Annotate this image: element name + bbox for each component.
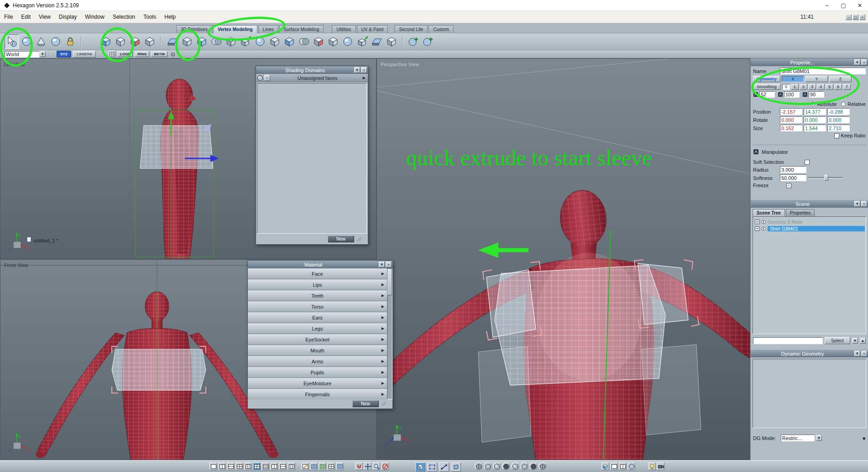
properties-collapse-button[interactable]: ▼ bbox=[854, 59, 860, 65]
loop-button[interactable]: LOOP bbox=[117, 51, 133, 57]
menu-view[interactable]: View bbox=[35, 14, 55, 20]
maximize-button[interactable]: ▢ bbox=[835, 0, 852, 11]
material-item-arms[interactable]: Arms▶ bbox=[248, 356, 387, 367]
tab-vertex-modeling[interactable]: Vertex Modeling bbox=[213, 25, 257, 33]
radius-input[interactable] bbox=[780, 166, 806, 173]
rotate-y-input[interactable] bbox=[804, 116, 826, 123]
menu-help[interactable]: Help bbox=[160, 14, 180, 20]
symmetry-button[interactable]: Symmetry bbox=[753, 76, 780, 82]
shading-textured-icon[interactable] bbox=[511, 462, 519, 470]
material-scrollbar[interactable] bbox=[387, 268, 392, 399]
rotate-z-input[interactable] bbox=[827, 116, 850, 123]
material-item-fingernails[interactable]: Fingernails▶ bbox=[248, 389, 387, 399]
freeze-checkbox[interactable]: ✓ bbox=[786, 183, 791, 188]
scene-close-button[interactable]: × bbox=[861, 201, 867, 207]
soft-select-tool-icon[interactable] bbox=[19, 34, 34, 49]
material-item-ears[interactable]: Ears▶ bbox=[248, 312, 387, 323]
scene-panel-header[interactable]: Scene ▼ × bbox=[751, 200, 868, 208]
decimate-icon[interactable] bbox=[340, 34, 355, 49]
target-mode-icon[interactable]: ⊙ bbox=[171, 51, 175, 58]
camera-button[interactable]: CAMERA bbox=[73, 51, 96, 58]
tab-scene-properties[interactable]: Properties bbox=[786, 209, 815, 216]
tab-custom[interactable]: Custom bbox=[429, 25, 453, 33]
selection-constraint-icon[interactable] bbox=[109, 51, 115, 58]
shading-flat-icon[interactable] bbox=[484, 462, 492, 470]
mirror-display-icon[interactable] bbox=[601, 462, 609, 470]
layout-quad-icon[interactable] bbox=[235, 462, 243, 470]
ring-button[interactable]: RING bbox=[135, 51, 149, 57]
layout-2row-icon[interactable] bbox=[227, 462, 235, 470]
layout-split-left-icon[interactable] bbox=[270, 462, 278, 470]
boolean-icon[interactable] bbox=[209, 34, 224, 49]
split-icon[interactable] bbox=[384, 34, 399, 49]
dynamic-geometry-collapse-button[interactable]: ▼ bbox=[854, 351, 860, 357]
size-x-input[interactable] bbox=[780, 125, 802, 131]
select-edge-mode-icon[interactable] bbox=[439, 462, 449, 472]
layout-3row-icon[interactable] bbox=[261, 462, 269, 470]
position-x-input[interactable] bbox=[780, 108, 802, 115]
smooth-icon[interactable] bbox=[253, 34, 267, 49]
xyz-button[interactable]: XYZ bbox=[57, 51, 71, 58]
material-item-torso[interactable]: Torso▶ bbox=[248, 301, 387, 312]
light-icon[interactable] bbox=[648, 462, 656, 470]
zoom-icon[interactable] bbox=[372, 462, 380, 470]
symmetry-z-button[interactable]: Z bbox=[829, 76, 852, 82]
mdi-minimize-button[interactable]: – bbox=[846, 14, 852, 20]
softness-slider[interactable] bbox=[808, 175, 843, 181]
material-item-legs[interactable]: Legs▶ bbox=[248, 323, 387, 334]
material-new-button[interactable]: New bbox=[352, 400, 379, 407]
symmetry-y-button[interactable]: Y bbox=[805, 76, 828, 82]
plane-display-icon[interactable] bbox=[610, 462, 618, 470]
sphere-tool-icon[interactable] bbox=[48, 34, 63, 49]
close-button[interactable]: ✕ bbox=[852, 0, 868, 11]
tab-second-life[interactable]: Second Life bbox=[394, 25, 428, 33]
range-input-2[interactable] bbox=[784, 91, 800, 98]
size-z-input[interactable] bbox=[827, 125, 850, 131]
add-geometry-icon[interactable] bbox=[406, 34, 421, 49]
material-close-button[interactable]: × bbox=[386, 262, 392, 267]
size-y-input[interactable] bbox=[804, 125, 826, 131]
grid-snap-icon[interactable] bbox=[327, 462, 335, 470]
layout-single-icon[interactable] bbox=[209, 462, 217, 470]
select-down-button[interactable]: ▼ bbox=[852, 338, 858, 344]
shading-dark-icon[interactable] bbox=[502, 462, 510, 470]
scene-tree-item-genesis[interactable]: Genesis 8 Male bbox=[753, 218, 866, 225]
cone-tool-icon[interactable] bbox=[34, 34, 48, 49]
minimize-button[interactable]: – bbox=[819, 0, 835, 11]
bevel-icon[interactable] bbox=[224, 34, 238, 49]
select-object-mode-icon[interactable] bbox=[415, 462, 425, 472]
mdi-restore-button[interactable]: ▢ bbox=[852, 14, 858, 20]
weld-icon[interactable] bbox=[297, 34, 311, 49]
extrude-surface-icon[interactable] bbox=[165, 34, 180, 49]
symmetry-x-button[interactable]: X bbox=[782, 76, 804, 82]
select-loop-icon[interactable] bbox=[99, 34, 113, 49]
layout-2col-icon[interactable] bbox=[218, 462, 226, 470]
dynamic-geometry-close-button[interactable]: × bbox=[861, 351, 867, 357]
shading-domains-header[interactable]: Shading Domains ▼ × bbox=[256, 66, 368, 74]
snap-magnet-icon[interactable] bbox=[355, 462, 363, 470]
visibility-eye-icon[interactable] bbox=[761, 227, 766, 231]
range-input-3[interactable] bbox=[809, 91, 824, 98]
scene-collapse-button[interactable]: ▼ bbox=[854, 201, 860, 207]
shading-domains-list[interactable] bbox=[257, 83, 367, 234]
tab-3d-primitives[interactable]: 3D Primitives bbox=[176, 25, 212, 33]
shading-new-button[interactable]: New bbox=[328, 236, 354, 242]
shading-smooth-icon[interactable] bbox=[493, 462, 501, 470]
smoothing-button[interactable]: Smoothing bbox=[753, 84, 780, 90]
select-tool-icon[interactable] bbox=[5, 34, 19, 49]
properties-panel-header[interactable]: Propertie... ▼ × bbox=[751, 58, 868, 66]
shading-wireframe-icon[interactable] bbox=[475, 462, 482, 470]
select-between-icon[interactable] bbox=[128, 34, 142, 49]
material-item-lips[interactable]: Lips▶ bbox=[248, 279, 387, 290]
dissolve-icon[interactable] bbox=[311, 34, 326, 49]
soft-selection-checkbox[interactable] bbox=[805, 160, 810, 165]
material-item-teeth[interactable]: Teeth▶ bbox=[248, 290, 387, 301]
layout-3col-icon[interactable] bbox=[244, 462, 252, 470]
tab-uv-paint[interactable]: UV & Paint bbox=[357, 25, 388, 33]
tab-utilities[interactable]: Utilities bbox=[332, 25, 356, 33]
smoothing-level-1[interactable]: 1 bbox=[791, 84, 799, 90]
world-dropdown-button[interactable]: ▼ bbox=[40, 51, 46, 57]
tab-surface-modeling[interactable]: Surface Modeling bbox=[279, 25, 324, 33]
relative-radio[interactable] bbox=[841, 102, 846, 106]
select-up-button[interactable]: ▲ bbox=[860, 338, 866, 344]
